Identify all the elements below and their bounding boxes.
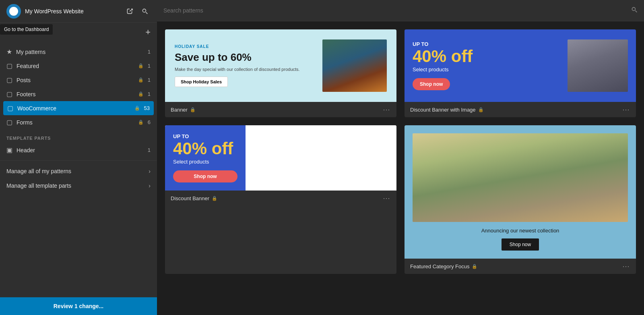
svg-line-4	[635, 10, 637, 12]
featured-category-preview: Announcing our newest collection Shop no…	[405, 125, 636, 259]
svg-point-1	[142, 9, 146, 12]
wp-logo-inner	[9, 7, 18, 16]
discount-select-products: Select products	[413, 66, 559, 73]
sidebar-item-header[interactable]: ▣ Header 1	[0, 143, 157, 157]
sidebar-item-woocommerce[interactable]: ▢ WooCommerce 🔒 53	[3, 101, 154, 115]
nav-item-label: Forms	[17, 119, 134, 126]
discount-text: UP TO 40% off Select products Shop now	[413, 41, 559, 90]
chevron-right-icon: ›	[149, 168, 151, 174]
external-link-button[interactable]	[124, 6, 135, 17]
sidebar-item-posts[interactable]: ▢ Posts 🔒 1	[0, 73, 157, 87]
manage-patterns-link[interactable]: Manage all of my patterns ›	[0, 164, 157, 178]
nav-item-count: 1	[148, 91, 151, 97]
folder-icon: ▢	[6, 76, 12, 84]
nav-item-count: 1	[148, 147, 151, 153]
sidebar-item-my-patterns[interactable]: ★ My patterns 1	[0, 45, 157, 59]
svg-line-0	[130, 9, 133, 11]
lock-icon: 🔒	[478, 107, 484, 112]
lock-icon: 🔒	[138, 77, 144, 83]
svg-point-3	[632, 7, 635, 10]
discount-banner-image-preview: UP TO 40% off Select products Shop now	[405, 29, 636, 102]
lock-icon: 🔒	[472, 264, 477, 269]
nav-item-count: 1	[148, 77, 151, 83]
pattern-name-discount-banner: Discount Banner 🔒	[171, 195, 217, 201]
search-button[interactable]	[139, 6, 151, 17]
banner-headline: Save up to 60%	[175, 51, 314, 64]
discount-banner-right	[246, 125, 396, 191]
pattern-menu-button-discount-banner[interactable]: ⋯	[383, 195, 391, 202]
folder-icon: ▢	[6, 62, 12, 70]
sidebar-top: My WordPress Website	[0, 0, 157, 23]
template-parts-section-label: TEMPLATE PARTS	[0, 129, 157, 143]
nav-item-count: 1	[148, 63, 151, 69]
search-bar	[157, 0, 644, 21]
folder-icon: ▢	[7, 104, 13, 112]
discount-percent: 40% off	[413, 48, 559, 65]
nav-item-count: 6	[148, 119, 151, 125]
search-input[interactable]	[163, 4, 627, 17]
nav-item-label: Footers	[17, 91, 134, 97]
lock-icon: 🔒	[138, 120, 144, 125]
discount-image	[568, 39, 628, 92]
pattern-name-discount-banner-image: Discount Banner with Image 🔒	[410, 107, 484, 113]
sidebar: My WordPress Website Go to the Dashboard…	[0, 0, 157, 315]
lock-icon: 🔒	[190, 107, 196, 112]
banner-shop-button[interactable]: Shop Holiday Sales	[175, 77, 228, 87]
pattern-card-banner: HOLIDAY SALE Save up to 60% Make the day…	[165, 29, 396, 117]
manage-template-parts-link[interactable]: Manage all template parts ›	[0, 178, 157, 193]
pattern-card-discount-banner: UP TO 40% off Select products Shop now D…	[165, 125, 396, 274]
lock-icon: 🔒	[134, 106, 140, 111]
svg-line-2	[146, 12, 147, 14]
discount-banner-preview: UP TO 40% off Select products Shop now	[165, 125, 396, 191]
pattern-footer-discount-banner-image: Discount Banner with Image 🔒 ⋯	[405, 102, 636, 117]
add-pattern-button[interactable]: +	[145, 28, 151, 37]
sidebar-nav: ★ My patterns 1 ▢ Featured 🔒 1 ▢ Posts 🔒…	[0, 41, 157, 297]
patterns-grid: HOLIDAY SALE Save up to 60% Make the day…	[157, 21, 644, 315]
review-changes-button[interactable]: Review 1 change...	[0, 297, 157, 315]
discount-select-small: Select products	[173, 159, 237, 165]
main-content: HOLIDAY SALE Save up to 60% Make the day…	[157, 0, 644, 315]
discount-banner-left: UP TO 40% off Select products Shop now	[165, 125, 246, 191]
nav-item-count: 1	[148, 49, 151, 55]
pattern-preview-banner: HOLIDAY SALE Save up to 60% Make the day…	[165, 29, 396, 102]
banner-sub: Make the day special with our collection…	[175, 67, 314, 72]
sidebar-item-featured[interactable]: ▢ Featured 🔒 1	[0, 59, 157, 73]
discount-up-to: UP TO	[413, 41, 559, 47]
banner-image	[322, 39, 387, 92]
manage-template-parts-label: Manage all template parts	[6, 182, 71, 189]
search-icon	[631, 6, 638, 15]
nav-item-label: WooCommerce	[17, 105, 130, 112]
pattern-footer-discount-banner: Discount Banner 🔒 ⋯	[165, 191, 396, 206]
lock-icon: 🔒	[138, 63, 144, 68]
featured-cat-shop-button[interactable]: Shop now	[502, 238, 539, 251]
nav-item-label: Featured	[17, 63, 134, 69]
pattern-card-discount-banner-image: UP TO 40% off Select products Shop now D…	[405, 29, 636, 117]
chevron-right-icon: ›	[149, 182, 151, 189]
pattern-menu-button-featured-category-focus[interactable]: ⋯	[622, 263, 630, 270]
site-title: My WordPress Website	[25, 8, 120, 15]
sidebar-item-footers[interactable]: ▢ Footers 🔒 1	[0, 87, 157, 101]
pattern-name-banner: Banner 🔒	[171, 107, 196, 113]
featured-cat-image	[413, 133, 628, 222]
pattern-name-featured-category-focus: Featured Category Focus 🔒	[410, 263, 477, 269]
pattern-preview-discount-banner-image: UP TO 40% off Select products Shop now	[405, 29, 636, 102]
sidebar-item-forms[interactable]: ▢ Forms 🔒 6	[0, 115, 157, 129]
pattern-menu-button-banner[interactable]: ⋯	[383, 106, 391, 113]
shop-now-button[interactable]: Shop now	[413, 78, 450, 90]
lock-icon: 🔒	[138, 91, 144, 97]
pattern-preview-discount-banner: UP TO 40% off Select products Shop now	[165, 125, 396, 191]
banner-sale-tag: HOLIDAY SALE	[175, 44, 314, 49]
nav-item-label: Header	[17, 147, 144, 153]
shop-now-button-small[interactable]: Shop now	[173, 170, 237, 182]
lock-icon: 🔒	[212, 196, 217, 201]
banner-text: HOLIDAY SALE Save up to 60% Make the day…	[175, 44, 314, 87]
pattern-menu-button-discount-banner-image[interactable]: ⋯	[622, 106, 630, 113]
nav-item-label: Posts	[17, 77, 134, 83]
discount-percent-small: 40% off	[173, 140, 237, 157]
wp-logo	[6, 4, 21, 19]
featured-cat-title: Announcing our newest collection	[481, 228, 559, 234]
pattern-preview-featured-category-focus: Announcing our newest collection Shop no…	[405, 125, 636, 259]
pattern-footer-banner: Banner 🔒 ⋯	[165, 102, 396, 117]
banner-preview: HOLIDAY SALE Save up to 60% Make the day…	[165, 29, 396, 102]
pattern-card-featured-category-focus: Announcing our newest collection Shop no…	[405, 125, 636, 274]
